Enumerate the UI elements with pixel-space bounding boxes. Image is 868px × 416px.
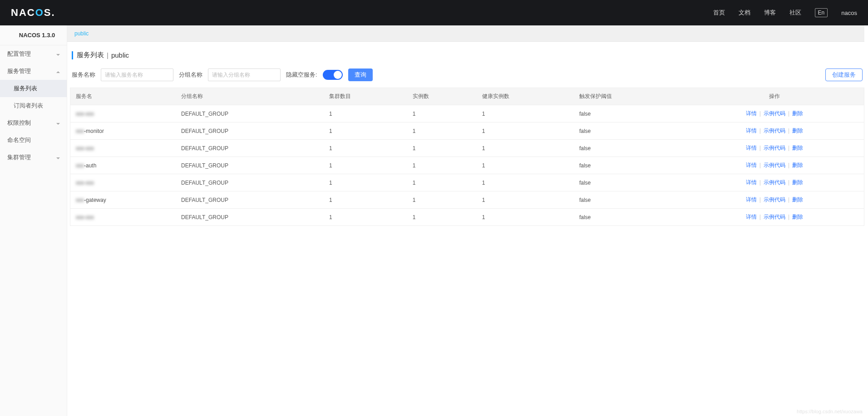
- chevron-down-icon: [56, 52, 60, 56]
- op-sample-code[interactable]: 示例代码: [764, 110, 785, 117]
- cell-group-name: DEFAULT_GROUP: [176, 157, 324, 174]
- cell-healthy-instance-count: 1: [477, 191, 574, 209]
- group-name-input[interactable]: [208, 69, 281, 81]
- op-delete[interactable]: 删除: [792, 196, 803, 203]
- nav-community[interactable]: 社区: [789, 9, 801, 17]
- cell-instance-count: 1: [407, 122, 477, 140]
- op-detail[interactable]: 详情: [746, 196, 757, 203]
- query-button[interactable]: 查询: [348, 69, 373, 81]
- op-detail[interactable]: 详情: [746, 145, 757, 151]
- cell-healthy-instance-count: 1: [477, 209, 574, 226]
- title-bar-icon: [72, 51, 73, 59]
- logo[interactable]: NACOS.: [11, 7, 55, 19]
- sidebar-subitem[interactable]: 订阅者列表: [0, 97, 67, 114]
- service-table: 服务名 分组名称 集群数目 实例数 健康实例数 触发保护阈值 操作 xxx-xx…: [70, 88, 864, 226]
- logo-suffix: S.: [44, 7, 55, 18]
- chevron-up-icon: [56, 69, 60, 73]
- op-detail[interactable]: 详情: [746, 162, 757, 168]
- cell-service-name: xxx-gateway: [70, 191, 176, 209]
- op-delete[interactable]: 删除: [792, 127, 803, 134]
- page-title-sub: public: [111, 51, 129, 59]
- op-detail[interactable]: 详情: [746, 214, 757, 220]
- sidebar-item-label: 集群管理: [7, 153, 31, 162]
- chevron-down-icon: [56, 121, 60, 125]
- nav-docs[interactable]: 文档: [739, 9, 750, 17]
- cell-cluster-count: 1: [324, 105, 407, 122]
- user-menu[interactable]: nacos: [841, 10, 857, 16]
- cell-cluster-count: 1: [324, 174, 407, 191]
- sidebar-subitem[interactable]: 服务列表: [0, 80, 67, 97]
- op-detail[interactable]: 详情: [746, 127, 757, 134]
- lang-toggle[interactable]: En: [815, 8, 828, 17]
- op-delete[interactable]: 删除: [792, 162, 803, 168]
- sidebar-item[interactable]: 配置管理: [0, 45, 67, 63]
- cell-operations: 详情|示例代码|删除: [685, 174, 864, 191]
- sidebar-item[interactable]: 集群管理: [0, 149, 67, 166]
- cell-service-name: xxx-xxx: [70, 174, 176, 191]
- create-service-button[interactable]: 创建服务: [825, 69, 863, 81]
- cell-group-name: DEFAULT_GROUP: [176, 122, 324, 140]
- cell-operations: 详情|示例代码|删除: [685, 105, 864, 122]
- table-row: xxx-xxxDEFAULT_GROUP111false详情|示例代码|删除: [70, 174, 864, 191]
- op-sample-code[interactable]: 示例代码: [764, 145, 785, 151]
- cell-instance-count: 1: [407, 157, 477, 174]
- chevron-down-icon: [56, 155, 60, 160]
- logo-prefix: NAC: [11, 7, 35, 18]
- op-sample-code[interactable]: 示例代码: [764, 196, 785, 203]
- cell-healthy-instance-count: 1: [477, 157, 574, 174]
- col-group-name: 分组名称: [176, 88, 324, 105]
- op-delete[interactable]: 删除: [792, 214, 803, 220]
- cell-cluster-count: 1: [324, 122, 407, 140]
- main-content: public 服务列表 | public 服务名称 分组名称 隐藏空服务:: [67, 25, 868, 416]
- op-sample-code[interactable]: 示例代码: [764, 127, 785, 134]
- op-detail[interactable]: 详情: [746, 179, 757, 186]
- table-row: xxx-xxxDEFAULT_GROUP111false详情|示例代码|删除: [70, 209, 864, 226]
- cell-healthy-instance-count: 1: [477, 122, 574, 140]
- top-nav: 首页 文档 博客 社区 En nacos: [713, 8, 857, 17]
- sidebar-item[interactable]: 服务管理: [0, 63, 67, 80]
- op-delete[interactable]: 删除: [792, 179, 803, 186]
- cell-healthy-instance-count: 1: [477, 105, 574, 122]
- toggle-knob-icon: [334, 71, 342, 79]
- cell-healthy-instance-count: 1: [477, 174, 574, 191]
- op-sample-code[interactable]: 示例代码: [764, 214, 785, 220]
- cell-instance-count: 1: [407, 209, 477, 226]
- table-row: xxx-monitorDEFAULT_GROUP111false详情|示例代码|…: [70, 122, 864, 140]
- op-sample-code[interactable]: 示例代码: [764, 162, 785, 168]
- page-title: 服务列表 | public: [72, 51, 864, 59]
- page-title-sep: |: [107, 51, 108, 59]
- sidebar-item[interactable]: 命名空间: [0, 132, 67, 149]
- nav-home[interactable]: 首页: [713, 9, 725, 17]
- namespace-tab-public[interactable]: public: [74, 30, 89, 37]
- filter-row: 服务名称 分组名称 隐藏空服务: 查询 创建服务: [70, 65, 864, 88]
- op-detail[interactable]: 详情: [746, 110, 757, 117]
- cell-healthy-instance-count: 1: [477, 140, 574, 157]
- col-cluster-count: 集群数目: [324, 88, 407, 105]
- service-name-input[interactable]: [101, 69, 173, 81]
- op-sample-code[interactable]: 示例代码: [764, 179, 785, 186]
- sidebar-item-label: 服务管理: [7, 67, 31, 75]
- cell-operations: 详情|示例代码|删除: [685, 209, 864, 226]
- cell-service-name: xxx-xxx: [70, 209, 176, 226]
- sidebar-item-label: 命名空间: [7, 136, 31, 144]
- cell-instance-count: 1: [407, 140, 477, 157]
- op-delete[interactable]: 删除: [792, 145, 803, 151]
- cell-trigger-threshold: false: [574, 105, 685, 122]
- cell-instance-count: 1: [407, 174, 477, 191]
- hide-empty-toggle[interactable]: [323, 70, 343, 80]
- cell-cluster-count: 1: [324, 209, 407, 226]
- sidebar: NACOS 1.3.0 配置管理服务管理服务列表订阅者列表权限控制命名空间集群管…: [0, 25, 67, 416]
- cell-group-name: DEFAULT_GROUP: [176, 140, 324, 157]
- cell-cluster-count: 1: [324, 191, 407, 209]
- sidebar-item[interactable]: 权限控制: [0, 114, 67, 132]
- table-row: xxx-authDEFAULT_GROUP111false详情|示例代码|删除: [70, 157, 864, 174]
- cell-instance-count: 1: [407, 191, 477, 209]
- table-row: xxx-xxxDEFAULT_GROUP111false详情|示例代码|删除: [70, 140, 864, 157]
- nav-blog[interactable]: 博客: [764, 9, 776, 17]
- col-healthy-instance-count: 健康实例数: [477, 88, 574, 105]
- op-delete[interactable]: 删除: [792, 110, 803, 117]
- sidebar-brand: NACOS 1.3.0: [0, 25, 67, 45]
- table-row: xxx-gatewayDEFAULT_GROUP111false详情|示例代码|…: [70, 191, 864, 209]
- hide-empty-label: 隐藏空服务:: [286, 71, 317, 79]
- col-trigger-threshold: 触发保护阈值: [574, 88, 685, 105]
